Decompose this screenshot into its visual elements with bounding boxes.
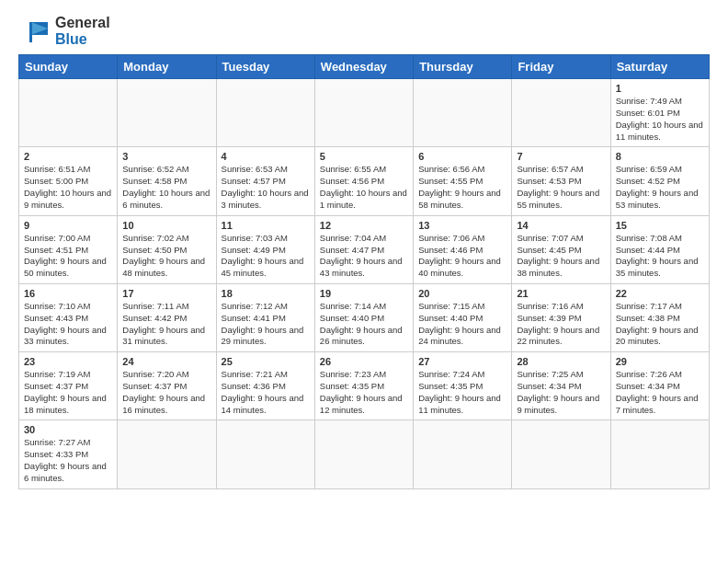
day-number: 26 [320, 356, 408, 367]
day-number: 16 [24, 288, 112, 299]
day-info: Sunrise: 7:10 AM Sunset: 4:43 PM Dayligh… [24, 301, 112, 348]
day-number: 25 [222, 356, 310, 367]
day-info: Sunrise: 6:56 AM Sunset: 4:55 PM Dayligh… [418, 164, 506, 211]
day-number: 6 [418, 151, 506, 162]
calendar-cell: 9Sunrise: 7:00 AM Sunset: 4:51 PM Daylig… [19, 215, 118, 283]
calendar-cell: 19Sunrise: 7:14 AM Sunset: 4:40 PM Dayli… [314, 283, 413, 351]
day-info: Sunrise: 7:08 AM Sunset: 4:44 PM Dayligh… [616, 233, 704, 280]
calendar-week-row: 9Sunrise: 7:00 AM Sunset: 4:51 PM Daylig… [19, 215, 710, 283]
calendar-cell: 28Sunrise: 7:25 AM Sunset: 4:34 PM Dayli… [512, 352, 610, 420]
day-info: Sunrise: 7:12 AM Sunset: 4:41 PM Dayligh… [222, 301, 310, 348]
calendar-header-wednesday: Wednesday [314, 55, 413, 79]
page: General Blue SundayMondayTuesdayWednesda… [0, 0, 728, 499]
day-number: 7 [517, 151, 605, 162]
calendar-cell: 26Sunrise: 7:23 AM Sunset: 4:35 PM Dayli… [314, 352, 413, 420]
day-info: Sunrise: 7:03 AM Sunset: 4:49 PM Dayligh… [222, 233, 310, 280]
day-number: 9 [24, 220, 112, 231]
calendar-cell: 17Sunrise: 7:11 AM Sunset: 4:42 PM Dayli… [118, 283, 216, 351]
calendar-cell: 21Sunrise: 7:16 AM Sunset: 4:39 PM Dayli… [512, 283, 610, 351]
calendar-cell: 20Sunrise: 7:15 AM Sunset: 4:40 PM Dayli… [414, 283, 512, 351]
calendar-cell: 13Sunrise: 7:06 AM Sunset: 4:46 PM Dayli… [414, 215, 512, 283]
day-number: 12 [320, 220, 408, 231]
calendar-cell [610, 420, 709, 488]
day-info: Sunrise: 7:23 AM Sunset: 4:35 PM Dayligh… [320, 369, 408, 416]
day-number: 13 [418, 220, 506, 231]
day-number: 23 [24, 356, 112, 367]
day-number: 10 [122, 220, 210, 231]
calendar-cell [414, 420, 512, 488]
day-info: Sunrise: 7:11 AM Sunset: 4:42 PM Dayligh… [122, 301, 210, 348]
calendar-cell: 23Sunrise: 7:19 AM Sunset: 4:37 PM Dayli… [19, 352, 118, 420]
day-number: 27 [418, 356, 506, 367]
calendar-cell [314, 420, 413, 488]
calendar-header-thursday: Thursday [414, 55, 512, 79]
header: General Blue [18, 15, 710, 47]
calendar-cell: 7Sunrise: 6:57 AM Sunset: 4:53 PM Daylig… [512, 147, 610, 215]
day-info: Sunrise: 7:06 AM Sunset: 4:46 PM Dayligh… [418, 233, 506, 280]
calendar-cell: 1Sunrise: 7:49 AM Sunset: 6:01 PM Daylig… [610, 79, 709, 147]
day-info: Sunrise: 7:04 AM Sunset: 4:47 PM Dayligh… [320, 233, 408, 280]
day-info: Sunrise: 7:25 AM Sunset: 4:34 PM Dayligh… [517, 369, 605, 416]
calendar-header-friday: Friday [512, 55, 610, 79]
day-number: 18 [222, 288, 310, 299]
day-number: 28 [517, 356, 605, 367]
calendar-week-row: 16Sunrise: 7:10 AM Sunset: 4:43 PM Dayli… [19, 283, 710, 351]
day-number: 20 [418, 288, 506, 299]
calendar-cell: 15Sunrise: 7:08 AM Sunset: 4:44 PM Dayli… [610, 215, 709, 283]
day-number: 29 [616, 356, 704, 367]
day-number: 14 [517, 220, 605, 231]
day-info: Sunrise: 7:21 AM Sunset: 4:36 PM Dayligh… [222, 369, 310, 416]
svg-rect-2 [29, 22, 32, 42]
calendar-cell [512, 79, 610, 147]
calendar-cell [118, 79, 216, 147]
day-info: Sunrise: 7:24 AM Sunset: 4:35 PM Dayligh… [418, 369, 506, 416]
day-info: Sunrise: 7:02 AM Sunset: 4:50 PM Dayligh… [122, 233, 210, 280]
calendar-cell: 14Sunrise: 7:07 AM Sunset: 4:45 PM Dayli… [512, 215, 610, 283]
day-info: Sunrise: 7:17 AM Sunset: 4:38 PM Dayligh… [616, 301, 704, 348]
calendar-cell: 22Sunrise: 7:17 AM Sunset: 4:38 PM Dayli… [610, 283, 709, 351]
calendar-cell: 2Sunrise: 6:51 AM Sunset: 5:00 PM Daylig… [19, 147, 118, 215]
day-number: 30 [24, 424, 112, 435]
day-info: Sunrise: 7:14 AM Sunset: 4:40 PM Dayligh… [320, 301, 408, 348]
day-info: Sunrise: 7:49 AM Sunset: 6:01 PM Dayligh… [616, 96, 704, 143]
calendar-week-row: 1Sunrise: 7:49 AM Sunset: 6:01 PM Daylig… [19, 79, 710, 147]
day-info: Sunrise: 6:51 AM Sunset: 5:00 PM Dayligh… [24, 164, 112, 211]
generalblue-logo-icon [18, 18, 51, 44]
day-info: Sunrise: 7:15 AM Sunset: 4:40 PM Dayligh… [418, 301, 506, 348]
day-number: 1 [616, 83, 704, 94]
calendar-week-row: 30Sunrise: 7:27 AM Sunset: 4:33 PM Dayli… [19, 420, 710, 488]
day-info: Sunrise: 6:55 AM Sunset: 4:56 PM Dayligh… [320, 164, 408, 211]
day-number: 22 [616, 288, 704, 299]
calendar-cell: 30Sunrise: 7:27 AM Sunset: 4:33 PM Dayli… [19, 420, 118, 488]
day-number: 3 [122, 151, 210, 162]
calendar-cell [512, 420, 610, 488]
calendar-week-row: 2Sunrise: 6:51 AM Sunset: 5:00 PM Daylig… [19, 147, 710, 215]
day-number: 8 [616, 151, 704, 162]
calendar-cell: 16Sunrise: 7:10 AM Sunset: 4:43 PM Dayli… [19, 283, 118, 351]
day-info: Sunrise: 6:59 AM Sunset: 4:52 PM Dayligh… [616, 164, 704, 211]
day-info: Sunrise: 7:00 AM Sunset: 4:51 PM Dayligh… [24, 233, 112, 280]
calendar-cell [216, 420, 314, 488]
calendar-cell: 10Sunrise: 7:02 AM Sunset: 4:50 PM Dayli… [118, 215, 216, 283]
day-info: Sunrise: 6:53 AM Sunset: 4:57 PM Dayligh… [222, 164, 310, 211]
day-info: Sunrise: 7:07 AM Sunset: 4:45 PM Dayligh… [517, 233, 605, 280]
calendar-cell: 4Sunrise: 6:53 AM Sunset: 4:57 PM Daylig… [216, 147, 314, 215]
day-info: Sunrise: 6:52 AM Sunset: 4:58 PM Dayligh… [122, 164, 210, 211]
calendar-header-sunday: Sunday [19, 55, 118, 79]
day-number: 15 [616, 220, 704, 231]
day-number: 11 [222, 220, 310, 231]
calendar-cell: 12Sunrise: 7:04 AM Sunset: 4:47 PM Dayli… [314, 215, 413, 283]
day-info: Sunrise: 7:20 AM Sunset: 4:37 PM Dayligh… [122, 369, 210, 416]
calendar-cell: 8Sunrise: 6:59 AM Sunset: 4:52 PM Daylig… [610, 147, 709, 215]
day-number: 17 [122, 288, 210, 299]
calendar-week-row: 23Sunrise: 7:19 AM Sunset: 4:37 PM Dayli… [19, 352, 710, 420]
day-info: Sunrise: 7:16 AM Sunset: 4:39 PM Dayligh… [517, 301, 605, 348]
day-number: 21 [517, 288, 605, 299]
calendar-cell: 6Sunrise: 6:56 AM Sunset: 4:55 PM Daylig… [414, 147, 512, 215]
calendar-cell: 25Sunrise: 7:21 AM Sunset: 4:36 PM Dayli… [216, 352, 314, 420]
calendar-header-saturday: Saturday [610, 55, 709, 79]
day-number: 24 [122, 356, 210, 367]
calendar-cell: 5Sunrise: 6:55 AM Sunset: 4:56 PM Daylig… [314, 147, 413, 215]
calendar-cell: 11Sunrise: 7:03 AM Sunset: 4:49 PM Dayli… [216, 215, 314, 283]
day-number: 2 [24, 151, 112, 162]
